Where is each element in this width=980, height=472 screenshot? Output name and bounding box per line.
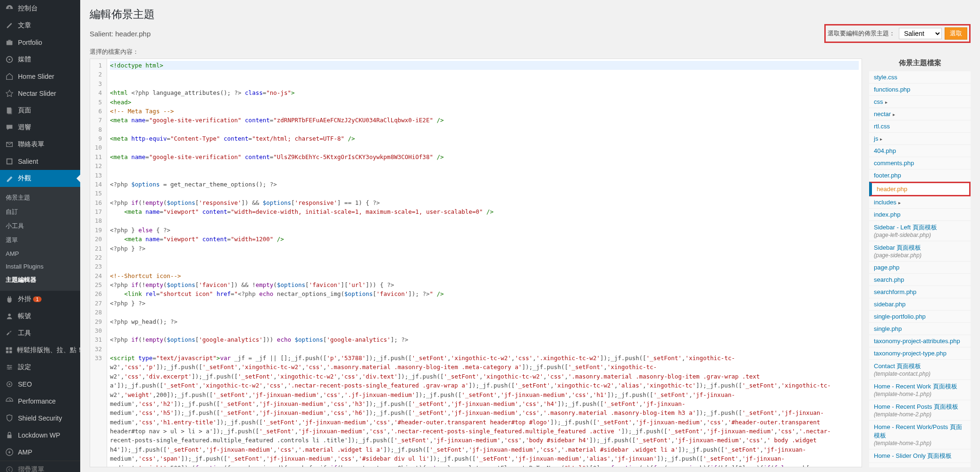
- sidebar-item-label: SEO: [18, 380, 32, 388]
- users-icon: [5, 312, 14, 321]
- svg-point-2: [8, 59, 10, 60]
- settings-icon: [5, 362, 14, 372]
- sidebar-item-appearance[interactable]: 外觀: [0, 170, 80, 187]
- file-item-sub: (page-sidebar.php): [874, 252, 966, 259]
- file-item[interactable]: footer.php: [869, 169, 971, 182]
- file-item[interactable]: includes: [869, 196, 971, 209]
- file-item-sub: (template-home-2.php): [874, 411, 966, 418]
- file-item[interactable]: single-portfolio.php: [869, 311, 971, 323]
- sidebar-item-label: 設定: [18, 363, 31, 371]
- file-item[interactable]: sidebar.php: [869, 298, 971, 311]
- svg-rect-6: [7, 159, 12, 164]
- file-item[interactable]: Sidebar - Left 頁面模板(page-left-sidebar.ph…: [869, 221, 971, 241]
- file-item[interactable]: comments.php: [869, 157, 971, 169]
- sidebar-item-label: 外掛: [18, 295, 31, 303]
- theme-select-box: 選取要編輯的佈景主題： Salient 選取: [824, 24, 971, 43]
- theme-file-panel: 佈景主題檔案 style.cssfunctions.phpcssnectarrt…: [869, 59, 971, 467]
- file-item[interactable]: Contact 頁面模板(template-contact.php): [869, 360, 971, 380]
- code-area[interactable]: <!doctype html> <html <?php language_att…: [107, 59, 862, 467]
- sidebar-item-salient[interactable]: Salient: [0, 153, 80, 170]
- file-item[interactable]: Sidebar 頁面模板(page-sidebar.php): [869, 241, 971, 261]
- comments-icon: [5, 123, 14, 132]
- file-item[interactable]: style.css: [869, 71, 971, 84]
- sidebar-item-plugins[interactable]: 外掛1: [0, 291, 80, 308]
- file-item[interactable]: Home - Recent Posts 頁面模板(template-home-2…: [869, 400, 971, 421]
- sidebar-item-contact[interactable]: 聯絡表單: [0, 136, 80, 153]
- file-item[interactable]: nectar: [869, 108, 971, 120]
- file-item-sub: (template-contact.php): [874, 371, 966, 377]
- file-item[interactable]: Home - Recent Work 頁面模板(template-home-1.…: [869, 380, 971, 400]
- sidebar-item-users[interactable]: 帳號: [0, 308, 80, 325]
- sidebar-subitem[interactable]: 選單: [0, 233, 80, 247]
- page-subtitle: Salient: header.php: [90, 30, 151, 38]
- plugins-icon: [5, 295, 14, 304]
- svg-rect-9: [9, 347, 12, 350]
- sidebar-item-home-slider[interactable]: Home Slider: [0, 68, 80, 85]
- svg-rect-10: [6, 351, 8, 353]
- sidebar-subitem[interactable]: 自訂: [0, 205, 80, 219]
- media-icon: [5, 55, 14, 64]
- sidebar-item-tools[interactable]: 工具: [0, 325, 80, 342]
- theme-select-label: 選取要編輯的佈景主題：: [828, 29, 895, 38]
- file-item[interactable]: Home - Recent Work/Posts 頁面模板(template-h…: [869, 421, 971, 449]
- sidebar-item-collapse[interactable]: 摺疊選單: [0, 461, 80, 472]
- file-list: style.cssfunctions.phpcssnectarrtl.cssjs…: [869, 71, 971, 467]
- file-item[interactable]: searchform.php: [869, 286, 971, 298]
- dashboard-icon: [5, 4, 14, 13]
- sidebar-item-label: Salient: [18, 158, 38, 165]
- sidebar-item-dnd[interactable]: 輕鬆排版拖、拉、點！: [0, 342, 80, 359]
- theme-select[interactable]: Salient: [899, 28, 942, 39]
- sidebar-item-label: 外觀: [18, 174, 31, 183]
- sidebar-item-label: AMP: [18, 448, 32, 456]
- sidebar-item-label: 文章: [18, 21, 31, 30]
- sidebar-item-nectar-slider[interactable]: Nectar Slider: [0, 85, 80, 102]
- sidebar-item-portfolio[interactable]: Portfolio: [0, 34, 80, 51]
- sidebar-item-label: Shield Security: [18, 414, 62, 422]
- sidebar-subitem[interactable]: 小工具: [0, 219, 80, 233]
- file-item[interactable]: index.php: [869, 209, 971, 221]
- sidebar-item-comments[interactable]: 迴響: [0, 119, 80, 136]
- file-item[interactable]: header.php: [869, 182, 971, 196]
- seo-icon: [5, 379, 14, 389]
- sidebar-item-label: 工具: [18, 329, 31, 337]
- sidebar-item-pages[interactable]: 頁面: [0, 102, 80, 119]
- pages-icon: [5, 106, 14, 115]
- file-item[interactable]: css: [869, 96, 971, 108]
- file-item[interactable]: 404.php: [869, 145, 971, 157]
- sidebar-item-dashboard[interactable]: 控制台: [0, 0, 80, 17]
- sidebar-item-media[interactable]: 媒體: [0, 51, 80, 68]
- sidebar-item-performance[interactable]: Performance: [0, 393, 80, 410]
- collapse-icon: [5, 465, 14, 472]
- sidebar-item-label: 摺疊選單: [18, 465, 44, 472]
- sidebar-item-posts[interactable]: 文章: [0, 17, 80, 34]
- svg-point-19: [7, 467, 13, 472]
- sidebar-subitem[interactable]: 佈景主題: [0, 191, 80, 205]
- sidebar-item-lockdown[interactable]: Lockdown WP: [0, 427, 80, 444]
- admin-sidebar: 控制台文章Portfolio媒體Home SliderNectar Slider…: [0, 0, 80, 472]
- file-item[interactable]: single.php: [869, 323, 971, 335]
- sidebar-item-settings[interactable]: 設定: [0, 359, 80, 376]
- file-item[interactable]: rtl.css: [869, 120, 971, 133]
- code-editor[interactable]: 1234567891011121314151617181920212223242…: [90, 59, 862, 467]
- nectar-slider-icon: [5, 89, 14, 98]
- sidebar-item-seo[interactable]: SEO: [0, 376, 80, 393]
- sidebar-item-label: 頁面: [18, 106, 31, 115]
- file-item[interactable]: Home - Slider Only 頁面模板: [869, 449, 971, 463]
- file-item[interactable]: page.php: [869, 261, 971, 274]
- file-item-sub: (template-home-3.php): [874, 440, 966, 447]
- sidebar-item-label: Nectar Slider: [18, 90, 56, 97]
- svg-point-13: [10, 367, 11, 368]
- sidebar-item-amp[interactable]: AMP: [0, 444, 80, 461]
- file-item[interactable]: taxonomy-project-type.php: [869, 347, 971, 360]
- file-item[interactable]: functions.php: [869, 84, 971, 96]
- theme-select-button[interactable]: 選取: [945, 27, 967, 40]
- sidebar-subitem[interactable]: Install Plugins: [0, 260, 80, 273]
- sidebar-item-shield[interactable]: Shield Security: [0, 410, 80, 427]
- sidebar-subitem[interactable]: AMP: [0, 247, 80, 260]
- svg-rect-11: [9, 351, 12, 353]
- sidebar-subitem[interactable]: 主題編輯器: [0, 273, 80, 287]
- file-item[interactable]: search.php: [869, 274, 971, 286]
- svg-rect-17: [8, 435, 12, 438]
- file-item[interactable]: taxonomy-project-attributes.php: [869, 335, 971, 347]
- file-item[interactable]: js: [869, 133, 971, 145]
